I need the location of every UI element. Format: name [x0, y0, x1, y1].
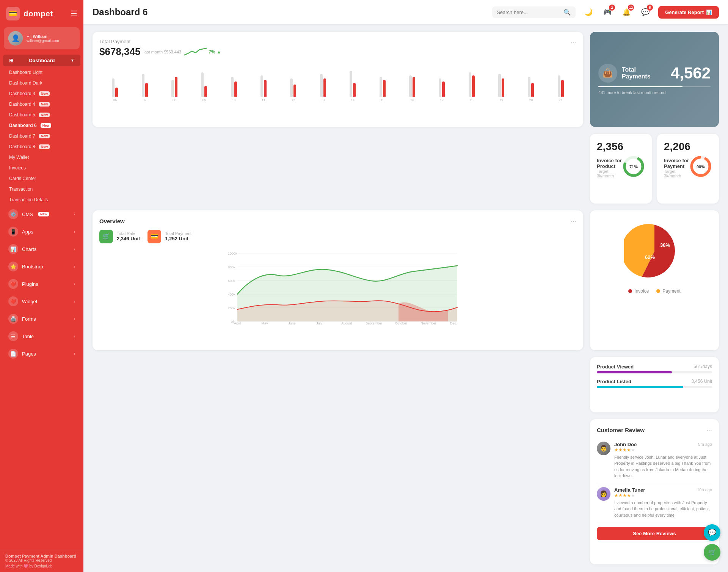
bar-red — [502, 78, 504, 97]
user-info: Hi, William william@gmail.com — [27, 34, 59, 43]
sidebar-item-cards-center[interactable]: Cards Center — [0, 173, 83, 184]
sidebar-item-dashboard-4[interactable]: Dashboard 4New — [0, 99, 83, 110]
bar-red — [323, 78, 326, 97]
avatar: 👤 — [8, 31, 23, 45]
theme-toggle-button[interactable]: 🌙 — [582, 5, 595, 19]
bar-group — [190, 66, 218, 97]
sidebar-item-transaction-details[interactable]: Transaction Details — [0, 194, 83, 205]
invoice-product-donut: 71% — [622, 155, 645, 179]
reviewer-1-avatar: 👨 — [597, 442, 610, 455]
reviewer-1-time: 5m ago — [698, 442, 712, 447]
sidebar-item-dashboard-8[interactable]: Dashboard 8New — [0, 141, 83, 152]
bar-red — [472, 75, 475, 97]
user-profile: 👤 Hi, William william@gmail.com — [4, 27, 80, 49]
total-payment-stat-value: 1,252 Unit — [165, 236, 191, 241]
sidebar-item-widget[interactable]: ❤️ Widget › — [3, 293, 80, 310]
review-item-1: 👨 John Doe 5m ago ★★★★★ Friendly service… — [597, 438, 712, 483]
bell-notifications-button[interactable]: 🔔 12 — [620, 5, 633, 19]
svg-text:October: October — [395, 321, 407, 324]
support-float-button[interactable]: 💬 — [704, 524, 720, 541]
overview-menu-icon[interactable]: ··· — [571, 217, 576, 225]
bar-label: 14 — [339, 98, 367, 102]
reviewer-2-time: 10h ago — [697, 487, 712, 492]
sidebar-item-pages[interactable]: 📄 Pages › — [3, 345, 80, 362]
bar-group — [517, 66, 545, 97]
user-greeting: Hi, William — [27, 34, 59, 39]
reviewer-2-stars: ★★★★★ — [614, 493, 712, 498]
search-input[interactable] — [497, 9, 560, 15]
sidebar-item-dashboard-5[interactable]: Dashboard 5New — [0, 110, 83, 120]
generate-report-button[interactable]: Generate Report 📊 — [658, 6, 719, 19]
invoice-row-left — [93, 134, 583, 204]
bar-gray — [171, 80, 174, 97]
sidebar-item-apps[interactable]: 📱 Apps › — [3, 223, 80, 240]
product-viewed-value: 561/days — [693, 364, 712, 370]
sidebar-item-cms[interactable]: ⚙️ CMS New › — [3, 206, 80, 223]
sidebar-item-dashboard-light[interactable]: Dashboard Light — [0, 67, 83, 78]
invoice-payment-card: 2,206 Invoice for Payment Target 3k/mont… — [657, 134, 719, 204]
footer-made-with: Made with 🩷 by DexignLab — [5, 564, 78, 568]
overview-title: Overview — [99, 218, 125, 224]
bar-label: 08 — [160, 98, 188, 102]
banner-wallet-icon: 👜 — [598, 64, 617, 83]
product-listed-row: Product Listed 3,456 Unit — [597, 379, 712, 388]
invoice-legend-label: Invoice — [634, 288, 649, 294]
sidebar-item-dashboard-6[interactable]: Dashboard 6New — [0, 120, 83, 131]
sidebar-item-table[interactable]: ☰ Table › — [3, 328, 80, 345]
product-viewed-progress-bg — [597, 371, 712, 373]
total-sale-label: Total Sale — [117, 231, 140, 236]
bar-red — [413, 77, 415, 97]
card-menu-icon[interactable]: ··· — [571, 39, 576, 47]
dashboard-nav-header[interactable]: ⊞ Dashboard ▼ — [3, 55, 80, 66]
bar-group — [309, 66, 337, 97]
area-chart-wrap: 1000k 800k 600k 400k 200k 0k — [99, 249, 576, 326]
sidebar-item-dashboard-7[interactable]: Dashboard 7New — [0, 131, 83, 141]
messages-button[interactable]: 💬 5 — [639, 5, 652, 19]
bar-red — [353, 83, 356, 97]
chevron-right-icon: › — [74, 299, 75, 304]
footer-brand: Dompet Payment Admin Dashboard — [5, 554, 78, 558]
bar-red — [264, 80, 267, 97]
reviewer-2-name: Amelia Tuner — [614, 487, 645, 493]
main-area: Dashboard 6 🔍 🌙 🎮 2 🔔 12 💬 5 Generate Re… — [83, 0, 728, 572]
cart-float-button[interactable]: 🛒 — [704, 544, 720, 561]
svg-text:July: July — [316, 321, 323, 324]
forms-icon: 🖨️ — [8, 314, 18, 324]
apps-icon: 📱 — [8, 227, 18, 237]
review-menu-icon[interactable]: ··· — [706, 426, 712, 434]
sidebar-item-my-wallet[interactable]: My Wallet — [0, 152, 83, 163]
legend-payment: Payment — [656, 288, 680, 294]
bar-gray — [112, 78, 115, 97]
invoice-payment-label: Invoice for Payment — [664, 158, 689, 169]
invoice-product-label: Invoice for Product — [597, 158, 622, 169]
logo-text: dompet — [24, 9, 53, 18]
chevron-right-icon: › — [74, 352, 75, 356]
bar-group — [101, 66, 129, 97]
pie-chart-wrap: 62% 38% — [597, 217, 712, 285]
games-notifications-button[interactable]: 🎮 2 — [601, 5, 614, 19]
sidebar-item-forms[interactable]: 🖨️ Forms › — [3, 310, 80, 327]
sidebar-item-dashboard-dark[interactable]: Dashboard Dark — [0, 78, 83, 88]
sidebar-item-transaction[interactable]: Transaction — [0, 184, 83, 194]
invoice-product-target: Target 3k/month — [597, 169, 622, 178]
sidebar-item-charts[interactable]: 📊 Charts › — [3, 241, 80, 257]
product-viewed-progress-fill — [597, 371, 672, 373]
total-payment-icon: 💳 — [147, 230, 161, 243]
bar-group — [487, 66, 515, 97]
sidebar-item-invoices[interactable]: Invoices — [0, 163, 83, 173]
bar-label: 17 — [428, 98, 456, 102]
bar-group — [160, 66, 188, 97]
bar-group — [547, 66, 575, 97]
sidebar-item-bootstrap[interactable]: ⭐ Bootstrap › — [3, 258, 80, 275]
bar-red — [383, 80, 386, 97]
bar-group — [249, 66, 278, 97]
hamburger-icon[interactable]: ☰ — [71, 9, 77, 18]
sidebar-item-dashboard-3[interactable]: Dashboard 3New — [0, 88, 83, 99]
total-payment-title: Total Payment — [99, 39, 221, 44]
bar-label: 12 — [279, 98, 307, 102]
product-viewed-label: Product Viewed — [597, 364, 634, 370]
see-more-reviews-button[interactable]: See More Reviews — [597, 527, 712, 540]
sidebar-item-plugins[interactable]: ❤️ Plugins › — [3, 276, 80, 292]
total-payment-stat: 💳 Total Payment 1,252 Unit — [147, 230, 191, 243]
bar-gray — [528, 77, 530, 97]
